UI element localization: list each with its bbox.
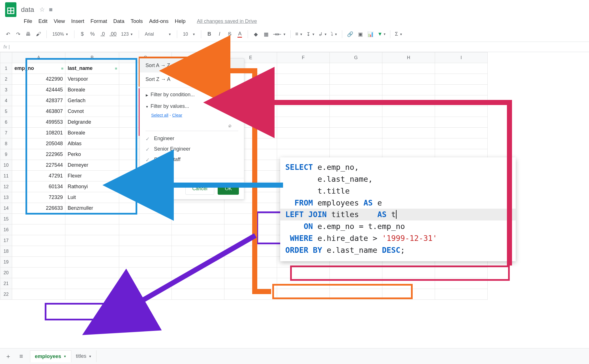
row-header[interactable]: 19 <box>0 257 12 267</box>
cell[interactable] <box>435 289 488 300</box>
all-sheets-icon[interactable]: ≡ <box>17 352 25 361</box>
chevron-down-icon[interactable]: ▼ <box>63 355 67 358</box>
cell[interactable] <box>224 214 277 224</box>
cell[interactable] <box>224 235 277 246</box>
cancel-button[interactable]: Cancel <box>185 183 215 195</box>
sort-a-z[interactable]: Sort A → Z <box>140 59 244 72</box>
sort-z-a[interactable]: Sort Z → A <box>140 72 244 86</box>
row-header[interactable]: 7 <box>0 128 12 138</box>
cell[interactable] <box>382 74 435 85</box>
cell[interactable]: Boreale <box>65 128 119 138</box>
cell[interactable]: emp_no≡ <box>12 63 65 74</box>
cell[interactable] <box>382 267 435 278</box>
filter-value[interactable]: ✓Engineer <box>140 133 244 144</box>
row-header[interactable]: 17 <box>0 235 12 246</box>
cell[interactable] <box>172 278 224 289</box>
zoom-select[interactable]: 150%▼ <box>50 30 71 39</box>
cell[interactable] <box>119 235 172 246</box>
ok-button[interactable]: OK <box>218 183 239 195</box>
filter-value[interactable]: ✓Senior Staff <box>140 154 244 165</box>
cell[interactable] <box>224 257 277 267</box>
cell[interactable] <box>277 289 330 300</box>
row-header[interactable]: 13 <box>0 192 12 203</box>
cell[interactable] <box>119 214 172 224</box>
cell[interactable] <box>330 289 382 300</box>
cell[interactable]: 463807 <box>12 106 65 117</box>
cell[interactable] <box>330 63 382 74</box>
cell[interactable] <box>277 95 330 106</box>
cell[interactable] <box>435 63 488 74</box>
clear-link[interactable]: Clear <box>172 113 182 117</box>
cell[interactable] <box>172 289 224 300</box>
star-icon[interactable]: ☆ <box>39 6 45 13</box>
row-header[interactable]: 16 <box>0 224 12 235</box>
move-folder-icon[interactable]: ■ <box>49 6 53 13</box>
cell[interactable] <box>119 267 172 278</box>
cell[interactable] <box>435 106 488 117</box>
cell[interactable]: Rathonyi <box>65 181 119 192</box>
borders-icon[interactable]: ▦ <box>262 30 271 39</box>
cell[interactable]: 428377 <box>12 95 65 106</box>
cell[interactable] <box>435 128 488 138</box>
cell[interactable]: Boreale <box>65 85 119 95</box>
cell[interactable] <box>435 117 488 128</box>
cell[interactable] <box>119 246 172 257</box>
cell[interactable] <box>330 85 382 95</box>
decrease-decimal-icon[interactable]: .0 <box>98 30 107 39</box>
cell[interactable]: 227544 <box>12 160 65 171</box>
increase-decimal-icon[interactable]: .00 <box>108 30 118 39</box>
rotate-icon[interactable]: ⤵▼ <box>329 30 339 39</box>
cell[interactable] <box>330 106 382 117</box>
cell[interactable]: 226633 <box>12 203 65 214</box>
cell[interactable] <box>382 289 435 300</box>
cell[interactable] <box>65 257 119 267</box>
menu-file[interactable]: File <box>24 18 32 24</box>
cell[interactable] <box>224 289 277 300</box>
cell[interactable] <box>330 267 382 278</box>
cell[interactable] <box>382 278 435 289</box>
row-header[interactable]: 11 <box>0 171 12 181</box>
cell[interactable] <box>172 267 224 278</box>
more-formats[interactable]: 123▼ <box>119 30 136 39</box>
row-header[interactable]: 14 <box>0 203 12 214</box>
cell[interactable] <box>65 289 119 300</box>
row-header[interactable]: 22 <box>0 289 12 300</box>
cell[interactable] <box>12 257 65 267</box>
cell[interactable]: 424445 <box>12 85 65 95</box>
cell[interactable] <box>277 278 330 289</box>
undo-icon[interactable]: ↶ <box>3 30 12 39</box>
row-header[interactable]: 20 <box>0 267 12 278</box>
cell[interactable]: 222965 <box>12 149 65 160</box>
menu-tools[interactable]: Tools <box>130 18 143 24</box>
cell[interactable] <box>435 138 488 149</box>
cell[interactable] <box>224 224 277 235</box>
italic-icon[interactable]: I <box>215 30 224 39</box>
col-header-A[interactable]: A <box>12 52 65 63</box>
cell[interactable]: 499553 <box>12 117 65 128</box>
cell[interactable] <box>277 74 330 85</box>
cell[interactable] <box>119 224 172 235</box>
col-header-I[interactable]: I <box>435 52 488 63</box>
row-header[interactable]: 12 <box>0 181 12 192</box>
chevron-down-icon[interactable]: ▼ <box>89 355 92 358</box>
strike-icon[interactable]: S <box>225 30 234 39</box>
cell[interactable]: Delgrande <box>65 117 119 128</box>
cell[interactable] <box>277 138 330 149</box>
font-select[interactable]: Arial▼ <box>142 30 174 39</box>
functions-icon[interactable]: Σ▼ <box>394 30 404 39</box>
bold-icon[interactable]: B <box>205 30 214 39</box>
menu-help[interactable]: Help <box>175 18 186 24</box>
document-name[interactable]: data <box>21 6 34 14</box>
cell[interactable] <box>172 257 224 267</box>
cell[interactable] <box>12 289 65 300</box>
cell[interactable]: 72329 <box>12 192 65 203</box>
cell[interactable] <box>435 95 488 106</box>
col-header-B[interactable]: B <box>65 52 119 63</box>
cell[interactable] <box>172 224 224 235</box>
col-header-G[interactable]: G <box>330 52 382 63</box>
cell[interactable] <box>382 106 435 117</box>
tab-titles[interactable]: titles▼ <box>71 350 97 362</box>
cell[interactable] <box>330 278 382 289</box>
cell[interactable] <box>224 267 277 278</box>
filter-value[interactable]: ✓Senior Engineer <box>140 144 244 154</box>
